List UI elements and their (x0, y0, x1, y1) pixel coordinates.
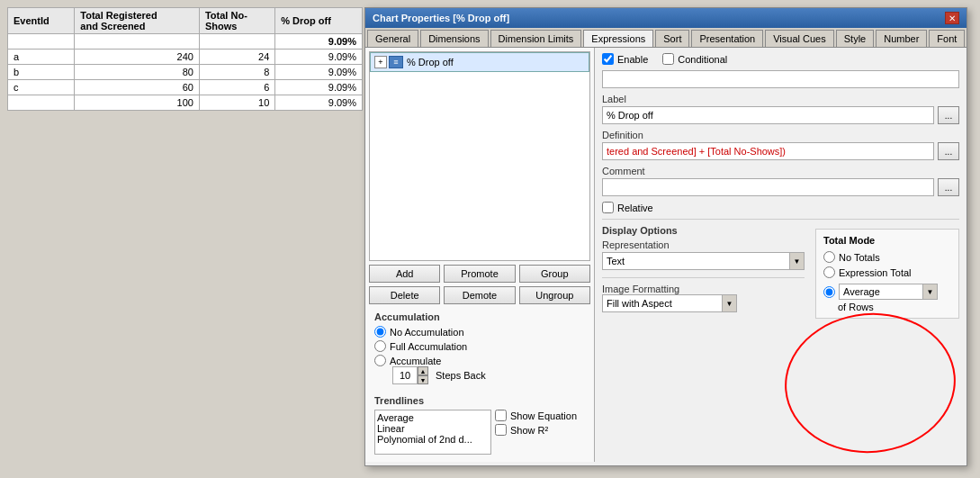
show-equation-checkbox[interactable] (495, 410, 507, 421)
tab-style[interactable]: Style (836, 30, 874, 47)
no-accumulation-radio[interactable] (374, 326, 386, 338)
average-arrow[interactable]: ▼ (922, 284, 937, 299)
full-accumulation-radio[interactable] (374, 340, 386, 352)
cell (8, 95, 75, 111)
content-area: + ≡ % Drop off Add Promote Group Delete … (365, 48, 967, 462)
label-field-row: ... (602, 106, 959, 124)
tab-sort[interactable]: Sort (655, 30, 689, 47)
comment-label: Comment (602, 166, 959, 176)
tab-font[interactable]: Font (929, 30, 965, 47)
full-accumulation-option[interactable]: Full Accumulation (374, 340, 585, 352)
spinner-up[interactable]: ▲ (418, 366, 428, 375)
tab-dimension-limits[interactable]: Dimension Limits (490, 30, 582, 47)
col-registered: Total Registeredand Screened (75, 8, 200, 34)
label-input[interactable] (602, 106, 934, 124)
trendline-item[interactable]: Average (377, 412, 489, 423)
definition-field-group: Definition ... (602, 130, 959, 160)
display-section: Display Options Representation Text ▼ Im… (602, 219, 959, 319)
comment-field-row: ... (602, 178, 959, 196)
label-field-group: Label ... (602, 94, 959, 124)
cell: 9.09% (275, 80, 363, 95)
expression-total-option[interactable]: Expression Total (823, 266, 951, 278)
show-r2-label: Show R² (510, 425, 548, 436)
trendlines-list[interactable]: Average Linear Polynomial of 2nd d... (374, 410, 491, 455)
show-r2-option[interactable]: Show R² (495, 424, 577, 436)
dialog-close-button[interactable]: ✕ (945, 12, 959, 24)
conditional-input[interactable] (602, 70, 959, 88)
total-mode-box: Total Mode No Totals Expression Total (815, 229, 959, 319)
trendline-item[interactable]: Polynomial of 2nd d... (377, 434, 489, 445)
col-dropoff: % Drop off (275, 8, 363, 34)
relative-option[interactable]: Relative (602, 202, 653, 213)
average-select[interactable]: Average ▼ (839, 284, 938, 300)
expression-item[interactable]: + ≡ % Drop off (370, 52, 589, 72)
comment-field-group: Comment ... (602, 166, 959, 196)
representation-arrow[interactable]: ▼ (789, 253, 804, 269)
label-ellipsis-button[interactable]: ... (938, 106, 959, 124)
col-noshows: Total No-Shows (199, 8, 274, 34)
expression-total-radio[interactable] (823, 266, 835, 278)
tab-presentation[interactable]: Presentation (691, 30, 763, 47)
no-accumulation-option[interactable]: No Accumulation (374, 326, 585, 338)
show-r2-checkbox[interactable] (495, 424, 507, 436)
expand-icon[interactable]: + (374, 56, 387, 68)
cell: 8 (199, 65, 274, 80)
steps-label: Steps Back (436, 370, 486, 381)
cell: 60 (75, 80, 200, 95)
relative-label: Relative (617, 203, 653, 213)
accumulate-option[interactable]: Accumulate (374, 355, 585, 366)
conditional-input-row (602, 70, 959, 88)
image-select[interactable]: Fill with Aspect ▼ (602, 294, 737, 312)
display-options-title: Display Options (602, 225, 805, 236)
expression-label: % Drop off (407, 57, 454, 68)
trendlines-title: Trendlines (374, 395, 585, 406)
group-button[interactable]: Group (519, 265, 590, 283)
tab-general[interactable]: General (367, 30, 418, 47)
data-table: EventId Total Registeredand Screened Tot… (7, 7, 363, 111)
tab-number[interactable]: Number (876, 30, 927, 47)
demote-button[interactable]: Demote (444, 286, 515, 304)
cell: c (8, 80, 75, 95)
trendline-item[interactable]: Linear (377, 423, 489, 434)
full-accumulation-label: Full Accumulation (390, 341, 467, 352)
ungroup-button[interactable]: Ungroup (519, 286, 590, 304)
add-button[interactable]: Add (369, 265, 440, 283)
relative-row: Relative (602, 202, 959, 213)
image-label: Image Formatting (602, 284, 805, 294)
enable-checkbox[interactable] (602, 53, 614, 65)
table-row: c 60 6 9.09% (8, 80, 363, 95)
expression-total-label: Expression Total (839, 267, 912, 278)
representation-value: Text (603, 255, 789, 267)
image-arrow[interactable]: ▼ (722, 295, 736, 311)
steps-input[interactable] (392, 366, 418, 384)
show-equation-option[interactable]: Show Equation (495, 410, 577, 421)
conditional-option[interactable]: Conditional (662, 53, 727, 65)
cell: 9.09% (275, 34, 363, 50)
definition-ellipsis-button[interactable]: ... (938, 142, 959, 160)
cell (199, 34, 274, 50)
comment-ellipsis-button[interactable]: ... (938, 178, 959, 196)
trendlines-options: Show Equation Show R² (495, 410, 577, 455)
tab-visual-cues[interactable]: Visual Cues (765, 30, 834, 47)
show-equation-label: Show Equation (510, 410, 577, 421)
tab-dimensions[interactable]: Dimensions (420, 30, 488, 47)
comment-input[interactable] (602, 178, 934, 196)
tab-expressions[interactable]: Expressions (583, 30, 653, 48)
no-totals-radio[interactable] (823, 251, 835, 263)
average-option[interactable]: Average ▼ (823, 284, 951, 300)
trendlines-content: Average Linear Polynomial of 2nd d... Sh… (374, 410, 585, 455)
spinner-down[interactable]: ▼ (418, 375, 428, 384)
enable-option[interactable]: Enable (602, 53, 648, 65)
relative-checkbox[interactable] (602, 202, 614, 213)
average-radio[interactable] (823, 286, 835, 298)
definition-input[interactable] (602, 142, 934, 160)
cell: 6 (199, 80, 274, 95)
delete-button[interactable]: Delete (369, 286, 440, 304)
promote-button[interactable]: Promote (444, 265, 515, 283)
accumulate-radio[interactable] (374, 355, 386, 366)
conditional-checkbox[interactable] (662, 53, 674, 65)
representation-label: Representation (602, 239, 805, 250)
col-eventid: EventId (8, 8, 75, 34)
representation-select[interactable]: Text ▼ (602, 252, 805, 270)
no-totals-option[interactable]: No Totals (823, 251, 951, 263)
